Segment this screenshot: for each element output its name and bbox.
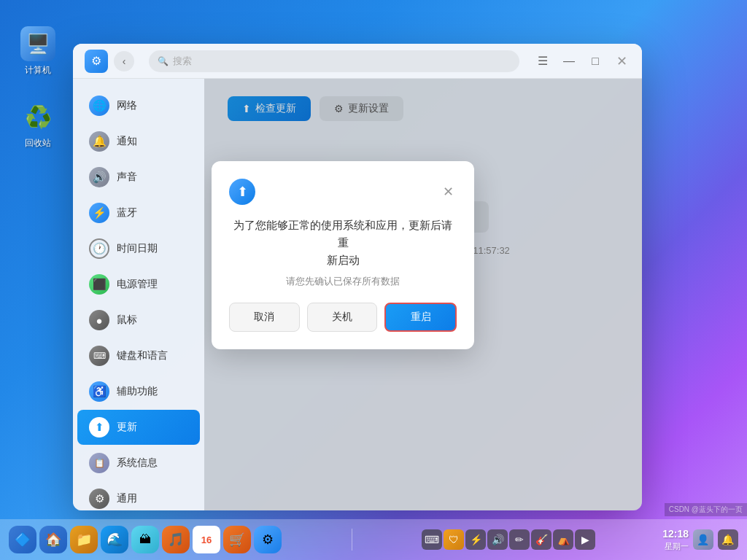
menu-icon[interactable]: ☰ [534, 52, 551, 70]
minimize-button[interactable]: — [560, 52, 578, 70]
dialog-overlay: ⬆ ✕ 为了您能够正常的使用系统和应用，更新后请重 新启动 请您先确认已保存所有… [204, 79, 642, 510]
taskbar-browser[interactable]: 🌊 [101, 526, 128, 553]
taskbar-divider-left [352, 529, 352, 551]
sidebar-item-assist[interactable]: ♿ 辅助功能 [77, 374, 200, 409]
time-display: 12:18 [662, 527, 689, 542]
tray-keyboard[interactable]: ⌨ [422, 529, 442, 550]
tray-notification[interactable]: 🔔 [718, 529, 738, 550]
sidebar-item-network[interactable]: 🌐 网络 [77, 88, 200, 123]
search-icon: 🔍 [158, 56, 169, 66]
dialog-close-button[interactable]: ✕ [439, 183, 457, 201]
main-content: ⬆ 检查更新 ⚙ 更新设置 检查更新 上次检查更新时间：2022-05-16 1… [204, 79, 642, 510]
settings-window: ⚙ ‹ 🔍 搜索 ☰ — □ ✕ 🌐 网络 [73, 44, 642, 510]
window-controls: ☰ — □ ✕ [534, 52, 630, 70]
sidebar-item-time[interactable]: 🕐 时间日期 [77, 231, 200, 266]
sidebar-item-power[interactable]: ⬛ 电源管理 [77, 267, 200, 302]
taskbar-right: 12:18 星期一 👤 🔔 [662, 527, 738, 553]
close-button[interactable]: ✕ [613, 52, 630, 70]
desktop-icon-recycle[interactable]: ♻️ 回收站 [16, 95, 60, 154]
desktop: 🖥️ 计算机 ♻️ 回收站 ⚙ ‹ 🔍 搜索 ☰ — □ ✕ [0, 0, 747, 560]
dialog-header: ⬆ ✕ [229, 179, 457, 205]
back-button[interactable]: ‹ [114, 51, 134, 71]
sidebar-item-update[interactable]: ⬆ 更新 [77, 410, 200, 445]
taskbar-tray: ⌨ 🛡 ⚡ 🔊 ✏ 🎸 ⛺ ▶ [422, 529, 595, 550]
tray-network[interactable]: ⛺ [553, 529, 573, 550]
sidebar-item-general[interactable]: ⚙ 通用 [77, 481, 200, 510]
desktop-icon-computer[interactable]: 🖥️ 计算机 [16, 22, 60, 81]
tray-usb[interactable]: ⚡ [465, 529, 486, 550]
restart-button[interactable]: 重启 [384, 303, 457, 332]
dialog-buttons: 取消 关机 重启 [229, 303, 457, 332]
dialog-subtitle: 请您先确认已保存所有数据 [229, 275, 457, 288]
search-bar[interactable]: 🔍 搜索 [149, 50, 519, 72]
dialog-update-icon: ⬆ [229, 179, 255, 205]
tray-avatar[interactable]: 👤 [693, 529, 713, 550]
tray-guitar[interactable]: 🎸 [531, 529, 551, 550]
taskbar-store[interactable]: 🛒 [223, 526, 251, 553]
dialog-title: 为了您能够正常的使用系统和应用，更新后请重 新启动 [229, 217, 457, 269]
taskbar-home[interactable]: 🏠 [39, 526, 67, 553]
tray-play[interactable]: ▶ [575, 529, 595, 550]
date-display: 星期一 [662, 541, 689, 552]
sidebar: 🌐 网络 🔔 通知 🔊 声音 ⚡ 蓝牙 🕐 时间日期 [73, 79, 204, 510]
dialog-body: 为了您能够正常的使用系统和应用，更新后请重 新启动 请您先确认已保存所有数据 [229, 217, 457, 288]
taskbar-music[interactable]: 🎵 [162, 526, 190, 553]
tray-security[interactable]: 🛡 [444, 529, 464, 550]
shutdown-button[interactable]: 关机 [307, 303, 378, 332]
sidebar-item-sysinfo[interactable]: 📋 系统信息 [77, 446, 200, 481]
window-body: 🌐 网络 🔔 通知 🔊 声音 ⚡ 蓝牙 🕐 时间日期 [73, 79, 642, 510]
tray-pen[interactable]: ✏ [509, 529, 530, 550]
sidebar-item-sound[interactable]: 🔊 声音 [77, 160, 200, 195]
watermark: CSDN @蓝头下的一页 [665, 503, 747, 516]
sidebar-item-notify[interactable]: 🔔 通知 [77, 124, 200, 159]
sidebar-item-keyboard[interactable]: ⌨ 键盘和语言 [77, 338, 200, 373]
taskbar-time: 12:18 星期一 [662, 527, 689, 553]
search-placeholder: 搜索 [173, 55, 192, 68]
maximize-button[interactable]: □ [587, 52, 604, 70]
taskbar-calendar[interactable]: 16 [193, 526, 220, 553]
taskbar-left-icons: 🔷 🏠 📁 🌊 🏔 🎵 16 🛒 [9, 526, 282, 553]
sidebar-item-mouse[interactable]: ● 鼠标 [77, 303, 200, 338]
dialog: ⬆ ✕ 为了您能够正常的使用系统和应用，更新后请重 新启动 请您先确认已保存所有… [212, 161, 474, 349]
sidebar-item-bluetooth[interactable]: ⚡ 蓝牙 [77, 195, 200, 230]
taskbar-settings[interactable]: ⚙ [254, 526, 282, 553]
taskbar-launcher[interactable]: 🔷 [9, 526, 36, 553]
taskbar-files[interactable]: 📁 [70, 526, 98, 553]
taskbar-photos[interactable]: 🏔 [131, 526, 159, 553]
title-bar: ⚙ ‹ 🔍 搜索 ☰ — □ ✕ [73, 44, 642, 79]
tray-volume[interactable]: 🔊 [487, 529, 508, 550]
settings-app-icon: ⚙ [85, 50, 108, 73]
cancel-button[interactable]: 取消 [229, 303, 300, 332]
taskbar: 🔷 🏠 📁 🌊 🏔 🎵 16 🛒 [0, 519, 747, 560]
